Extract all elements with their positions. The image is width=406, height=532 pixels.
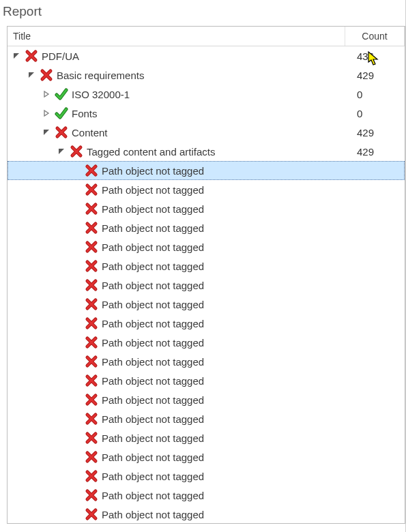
check-icon bbox=[54, 106, 69, 121]
row-label: PDF/UA bbox=[42, 50, 353, 62]
error-icon bbox=[84, 354, 99, 369]
error-icon bbox=[84, 239, 99, 254]
row-label: Path object not tagged bbox=[102, 337, 353, 349]
row-count: 429 bbox=[353, 127, 405, 138]
node-path-not-tagged[interactable]: Path object not tagged bbox=[8, 333, 405, 352]
row-label: Path object not tagged bbox=[102, 394, 353, 406]
column-count[interactable]: Count bbox=[345, 27, 405, 46]
error-icon bbox=[84, 449, 99, 464]
error-icon bbox=[84, 297, 99, 312]
error-icon bbox=[84, 488, 99, 503]
node-path-not-tagged[interactable]: Path object not tagged bbox=[8, 161, 405, 180]
expander-closed-icon[interactable] bbox=[43, 91, 54, 98]
node-path-not-tagged[interactable]: Path object not tagged bbox=[8, 428, 405, 447]
error-icon bbox=[84, 201, 99, 216]
error-icon bbox=[84, 258, 99, 274]
node-path-not-tagged[interactable]: Path object not tagged bbox=[8, 256, 405, 276]
error-icon bbox=[84, 182, 99, 197]
error-icon bbox=[84, 220, 99, 235]
row-label: Path object not tagged bbox=[102, 184, 353, 196]
row-label: Path object not tagged bbox=[102, 280, 353, 291]
error-icon bbox=[84, 373, 99, 388]
svg-marker-1 bbox=[29, 72, 34, 78]
svg-marker-5 bbox=[59, 149, 64, 154]
row-count: 0 bbox=[353, 89, 405, 100]
error-icon bbox=[84, 430, 99, 445]
node-basic-requirements[interactable]: Basic requirements429 bbox=[8, 65, 405, 85]
row-label: Path object not tagged bbox=[102, 452, 353, 463]
error-icon bbox=[24, 48, 39, 63]
row-count: 429 bbox=[353, 146, 405, 158]
node-iso-32000-1[interactable]: ISO 32000-10 bbox=[8, 85, 405, 104]
row-label: Basic requirements bbox=[57, 70, 353, 81]
expander-open-icon[interactable] bbox=[58, 148, 69, 155]
row-label: Path object not tagged bbox=[102, 299, 353, 310]
row-label: Path object not tagged bbox=[102, 413, 353, 425]
error-icon bbox=[84, 469, 99, 484]
node-path-not-tagged[interactable]: Path object not tagged bbox=[8, 352, 405, 371]
node-path-not-tagged[interactable]: Path object not tagged bbox=[8, 180, 405, 199]
row-label: Path object not tagged bbox=[102, 432, 353, 444]
expander-open-icon[interactable] bbox=[13, 53, 24, 59]
error-icon bbox=[84, 507, 99, 522]
row-label: Path object not tagged bbox=[102, 165, 353, 177]
error-icon bbox=[69, 144, 84, 159]
row-count: 0 bbox=[353, 108, 405, 119]
panel-title: Report bbox=[0, 0, 405, 26]
row-label: Path object not tagged bbox=[102, 222, 353, 234]
node-path-not-tagged[interactable]: Path object not tagged bbox=[8, 467, 405, 486]
node-path-not-tagged[interactable]: Path object not tagged bbox=[8, 371, 405, 390]
row-label: Path object not tagged bbox=[102, 241, 353, 253]
node-path-not-tagged[interactable]: Path object not tagged bbox=[8, 505, 405, 524]
expander-open-icon[interactable] bbox=[43, 129, 54, 136]
node-fonts[interactable]: Fonts0 bbox=[8, 104, 405, 123]
node-tagged-content-artifacts[interactable]: Tagged content and artifacts429 bbox=[8, 142, 405, 161]
error-icon bbox=[39, 68, 54, 83]
svg-marker-2 bbox=[44, 91, 48, 97]
node-path-not-tagged[interactable]: Path object not tagged bbox=[8, 237, 405, 256]
node-path-not-tagged[interactable]: Path object not tagged bbox=[8, 447, 405, 467]
row-label: Fonts bbox=[72, 108, 353, 119]
row-label: Path object not tagged bbox=[102, 318, 353, 329]
row-label: Path object not tagged bbox=[102, 203, 353, 215]
error-icon bbox=[54, 125, 69, 140]
row-label: ISO 32000-1 bbox=[72, 89, 353, 100]
node-path-not-tagged[interactable]: Path object not tagged bbox=[8, 314, 405, 333]
error-icon bbox=[84, 335, 99, 350]
row-count: 429 bbox=[353, 70, 405, 81]
row-count: 436 bbox=[353, 50, 405, 62]
error-icon bbox=[84, 411, 99, 426]
expander-closed-icon[interactable] bbox=[43, 110, 54, 117]
error-icon bbox=[84, 316, 99, 331]
node-path-not-tagged[interactable]: Path object not tagged bbox=[8, 486, 405, 505]
node-path-not-tagged[interactable]: Path object not tagged bbox=[8, 199, 405, 218]
error-icon bbox=[84, 278, 99, 293]
row-label: Tagged content and artifacts bbox=[87, 146, 353, 158]
expander-open-icon[interactable] bbox=[28, 72, 39, 78]
column-header-row: Title Count bbox=[8, 27, 405, 46]
report-tree: Title Count PDF/UA436Basic requirements4… bbox=[7, 26, 405, 524]
node-path-not-tagged[interactable]: Path object not tagged bbox=[8, 276, 405, 295]
column-title[interactable]: Title bbox=[8, 27, 345, 46]
check-icon bbox=[54, 87, 69, 102]
node-pdfua[interactable]: PDF/UA436 bbox=[8, 46, 405, 65]
row-label: Path object not tagged bbox=[102, 261, 353, 272]
node-path-not-tagged[interactable]: Path object not tagged bbox=[8, 295, 405, 314]
row-label: Content bbox=[72, 127, 353, 138]
row-label: Path object not tagged bbox=[102, 509, 353, 520]
node-path-not-tagged[interactable]: Path object not tagged bbox=[8, 390, 405, 409]
node-path-not-tagged[interactable]: Path object not tagged bbox=[8, 409, 405, 428]
error-icon bbox=[84, 392, 99, 407]
node-content[interactable]: Content429 bbox=[8, 123, 405, 142]
row-label: Path object not tagged bbox=[102, 471, 353, 482]
node-path-not-tagged[interactable]: Path object not tagged bbox=[8, 218, 405, 237]
svg-marker-0 bbox=[14, 53, 19, 59]
svg-marker-3 bbox=[44, 110, 48, 116]
row-label: Path object not tagged bbox=[102, 490, 353, 501]
svg-marker-4 bbox=[44, 130, 49, 135]
error-icon bbox=[84, 163, 99, 178]
row-label: Path object not tagged bbox=[102, 356, 353, 368]
row-label: Path object not tagged bbox=[102, 375, 353, 387]
